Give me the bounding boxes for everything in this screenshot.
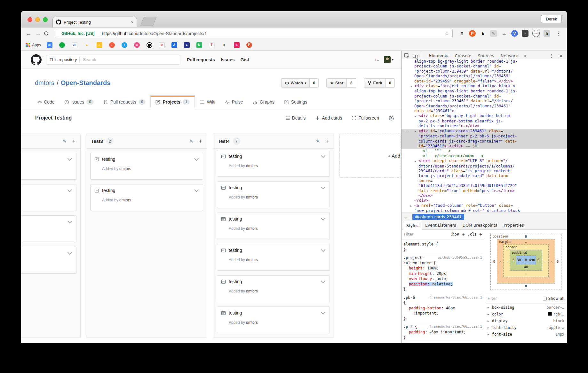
repo-owner-link[interactable]: dmtors bbox=[35, 79, 54, 87]
bookmark-twitter[interactable]: t bbox=[122, 42, 127, 48]
bookmark-evernote[interactable]: N bbox=[196, 42, 202, 48]
computed-property-row[interactable]: ▶box-sizingborder-… bbox=[488, 304, 564, 311]
box-model-diagram[interactable]: position00margin--border--padding66301 ×… bbox=[490, 234, 561, 290]
css-rule[interactable]: element.style {} bbox=[403, 241, 483, 254]
forward-icon[interactable]: → bbox=[34, 30, 42, 37]
computed-property-row[interactable]: ▶font-size14px bbox=[488, 331, 564, 338]
css-rule[interactable]: .frameworks-8cec766….css:1 bbox=[403, 342, 483, 343]
tab-close-icon[interactable]: × bbox=[131, 20, 133, 25]
search-input[interactable] bbox=[82, 57, 177, 62]
dom-node-line[interactable]: "new-project-column mb-0 col-4 d-inline-… bbox=[401, 208, 567, 213]
url-bar[interactable]: GitHub, Inc. [US] https://github.com/dmt… bbox=[56, 29, 453, 38]
add-column-button[interactable]: + Add bbox=[339, 134, 401, 178]
sidebar-tab-properties[interactable]: Properties bbox=[500, 221, 527, 229]
dom-node-line[interactable]: </div> bbox=[401, 198, 567, 203]
tab-code[interactable]: <>Code bbox=[33, 96, 60, 108]
dom-node-line[interactable]: project-column js-socket-channel" id= bbox=[401, 64, 567, 69]
breadcrumb-selected[interactable]: #column-cards-239461 bbox=[412, 214, 464, 220]
browser-tab[interactable]: Project Testing × bbox=[52, 17, 137, 27]
expand-property-icon[interactable]: ▶ bbox=[488, 319, 490, 322]
extension-cloud-icon[interactable]: ☁ bbox=[501, 30, 507, 37]
computed-property-row[interactable]: ▶displayblock bbox=[488, 317, 564, 324]
breadcrumb-ellipsis[interactable]: ... bbox=[405, 214, 409, 219]
elements-tree[interactable]: align-top bg-gray-light border rounded-1… bbox=[401, 59, 567, 213]
bookmark-green-circle[interactable] bbox=[59, 42, 65, 48]
dom-node-line[interactable]: "project-column-239459" data-url="/dmtor… bbox=[401, 69, 567, 74]
dom-node-line[interactable]: nonce= bbox=[401, 179, 567, 183]
browser-menu-icon[interactable]: ⋮ bbox=[553, 30, 564, 36]
repo-name-link[interactable]: Open-Standards bbox=[61, 79, 111, 87]
css-declaration[interactable]: min-height: 20px; bbox=[403, 271, 483, 276]
add-cards-button[interactable]: Add cards bbox=[315, 115, 342, 120]
bookmark-t-red[interactable]: T bbox=[209, 42, 215, 48]
card-menu-chevron-icon[interactable] bbox=[68, 156, 72, 161]
bookmark-inbox[interactable]: ✉ bbox=[47, 42, 52, 48]
project-card[interactable] bbox=[21, 184, 76, 211]
card-author[interactable]: dmtors bbox=[246, 258, 258, 262]
board-settings-button[interactable] bbox=[389, 116, 394, 120]
github-logo-icon[interactable] bbox=[31, 54, 42, 65]
css-rule[interactable]: .p-2 {frameworks-8cec766….css:1padding: … bbox=[403, 323, 483, 342]
stylesheet-link[interactable]: frameworks-8cec766….css:1 bbox=[429, 295, 482, 300]
bookmark-mic[interactable]: ▮ bbox=[221, 42, 227, 48]
inspect-element-icon[interactable] bbox=[404, 53, 409, 58]
more-tabs-icon[interactable]: » bbox=[524, 53, 527, 58]
card-menu-chevron-icon[interactable] bbox=[68, 250, 72, 255]
dom-node-line[interactable]: data-id="239459" draggable="false">…</di… bbox=[401, 79, 567, 84]
dom-node-line[interactable]: project-column js-socket-channel" id= bbox=[401, 94, 567, 99]
card-menu-chevron-icon[interactable] bbox=[68, 219, 72, 223]
bookmark-photo[interactable]: ▲ bbox=[184, 42, 190, 48]
dom-node-line[interactable]: column-cards js-card-drag-container" dat… bbox=[401, 139, 567, 144]
css-declaration[interactable]: padding: ▶6px !important; bbox=[403, 330, 483, 335]
expand-property-icon[interactable]: ▶ bbox=[488, 333, 490, 336]
tab-settings[interactable]: Settings bbox=[279, 96, 312, 108]
card-author[interactable]: dmtors bbox=[119, 198, 131, 202]
computed-property-row[interactable]: ▶colorrgb(… bbox=[488, 311, 564, 317]
devtools-close-icon[interactable]: × bbox=[559, 53, 563, 59]
expand-property-icon[interactable]: ▶ bbox=[488, 313, 490, 316]
tab-pulse[interactable]: Pulse bbox=[220, 96, 248, 108]
bookmark-dribbble[interactable]: ◉ bbox=[134, 42, 140, 48]
card-author[interactable]: dmtors bbox=[246, 195, 258, 199]
extension-h-gray-icon[interactable]: h bbox=[544, 30, 550, 37]
tab-wiki[interactable]: Wiki bbox=[195, 96, 220, 108]
computed-properties[interactable]: ▶box-sizingborder-…▶colorrgb(…▶displaybl… bbox=[485, 303, 567, 343]
extension-v-blue-icon[interactable]: V bbox=[511, 30, 518, 37]
nav-link-issues[interactable]: Issues bbox=[221, 57, 235, 62]
extension-panda-icon[interactable]: oo bbox=[532, 30, 540, 37]
details-button[interactable]: Details bbox=[285, 115, 306, 120]
dom-node-line[interactable]: Open-Standards/projects/1/columns/239461… bbox=[401, 104, 567, 109]
device-toolbar-icon[interactable] bbox=[413, 53, 418, 58]
project-card[interactable]: testingAdded by dmtors bbox=[217, 307, 330, 333]
card-menu-chevron-icon[interactable] bbox=[68, 188, 72, 192]
dom-node-line[interactable]: data-id="239461"> bbox=[401, 109, 567, 113]
github-search[interactable]: This repository bbox=[46, 55, 180, 65]
stylesheet-link[interactable]: github-5d695a9….css:1 bbox=[438, 255, 482, 260]
edit-column-icon[interactable]: ✎ bbox=[189, 139, 193, 144]
dom-node-line[interactable]: 239461/cards" class="js-project-content- bbox=[401, 169, 567, 174]
url-text[interactable]: https://github.com/dmtors/Open-Standards… bbox=[102, 31, 207, 36]
card-author[interactable]: dmtors bbox=[119, 167, 131, 171]
dom-node-line[interactable]: py-2 px-3 border-bottom clearfix js- bbox=[401, 119, 567, 124]
edit-column-icon[interactable]: ✎ bbox=[63, 139, 67, 144]
bookmark-producthunt[interactable]: P bbox=[246, 42, 252, 48]
extension-layers-icon[interactable]: ≣ bbox=[458, 30, 465, 37]
project-card[interactable]: testingAdded by dmtors bbox=[90, 184, 203, 211]
dom-node-line[interactable]: id="239461">…</div> == $0 bbox=[401, 144, 567, 149]
dom-node-line[interactable]: data-remote="true" method="post">…</form… bbox=[401, 189, 567, 193]
dom-node-line[interactable]: "project-column-239461" data-url="/dmtor… bbox=[401, 99, 567, 104]
project-card[interactable]: testingAdded by dmtors bbox=[217, 150, 330, 177]
add-class-button[interactable]: .cls bbox=[468, 232, 477, 237]
project-card[interactable]: testingAdded by dmtors bbox=[90, 153, 203, 180]
toggle-class-diamond-icon[interactable]: ◈ bbox=[462, 232, 465, 237]
dom-node-line[interactable]: dmtors/Open-Standards/projects/1/columns… bbox=[401, 164, 567, 169]
project-card[interactable] bbox=[21, 215, 76, 242]
project-card[interactable]: testingAdded by dmtors bbox=[217, 275, 330, 302]
card-author[interactable]: dmtors bbox=[246, 320, 258, 325]
profile-chip[interactable]: Derek bbox=[541, 15, 562, 23]
project-card[interactable]: testingAdded by dmtors bbox=[217, 213, 330, 239]
back-icon[interactable]: ← bbox=[24, 30, 33, 37]
dom-node-line[interactable]: align-top bg-gray-light border rounded-1… bbox=[401, 59, 567, 64]
fullscreen-button[interactable]: Fullscreen bbox=[352, 115, 379, 120]
ev-certificate-label[interactable]: GitHub, Inc. [US] bbox=[61, 31, 94, 36]
